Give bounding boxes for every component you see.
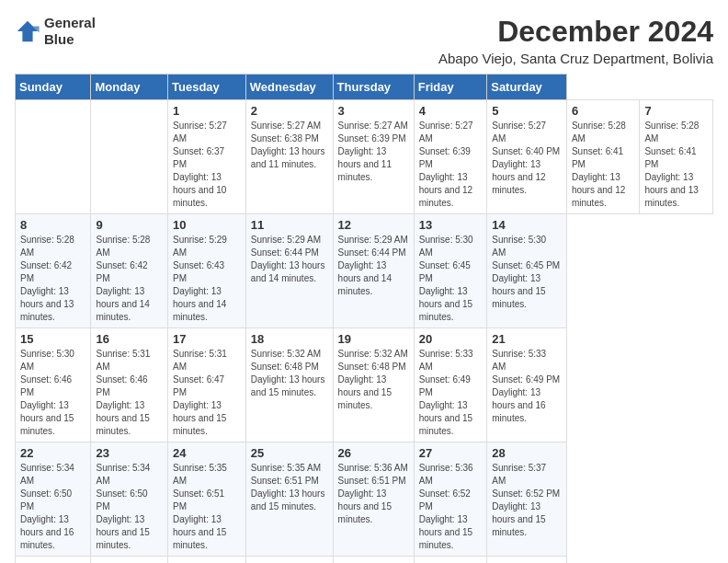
calendar-table: SundayMondayTuesdayWednesdayThursdayFrid… [15,74,713,563]
calendar-header-tuesday: Tuesday [168,75,246,100]
calendar-cell-day-28: 28Sunrise: 5:37 AMSunset: 6:52 PMDayligh… [487,442,567,557]
calendar-cell-day-24: 24Sunrise: 5:35 AMSunset: 6:51 PMDayligh… [168,442,246,557]
calendar-header-monday: Monday [91,75,168,100]
empty-cell [245,557,333,564]
calendar-cell-day-5: 5Sunrise: 5:27 AMSunset: 6:40 PMDaylight… [487,100,567,214]
calendar-header-friday: Friday [414,75,487,100]
logo-icon [15,18,40,44]
calendar-cell-day-22: 22Sunrise: 5:34 AMSunset: 6:50 PMDayligh… [16,442,91,557]
calendar-cell-day-18: 18Sunrise: 5:32 AMSunset: 6:48 PMDayligh… [245,328,333,442]
calendar-header-wednesday: Wednesday [245,75,333,100]
calendar-header-sunday: Sunday [16,75,91,100]
empty-cell [487,557,567,564]
empty-cell [414,557,487,564]
calendar-cell-day-14: 14Sunrise: 5:30 AMSunset: 6:45 PMDayligh… [487,214,567,328]
calendar-cell-day-27: 27Sunrise: 5:36 AMSunset: 6:52 PMDayligh… [414,442,487,557]
calendar-cell-day-23: 23Sunrise: 5:34 AMSunset: 6:50 PMDayligh… [91,442,168,557]
subtitle: Abapo Viejo, Santa Cruz Department, Boli… [438,51,713,66]
empty-cell [333,557,414,564]
calendar-cell-day-16: 16Sunrise: 5:31 AMSunset: 6:46 PMDayligh… [91,328,168,442]
calendar-cell-day-1: 1Sunrise: 5:27 AMSunset: 6:37 PMDaylight… [168,100,246,214]
title-section: December 2024 Abapo Viejo, Santa Cruz De… [438,15,713,66]
calendar-cell-day-8: 8Sunrise: 5:28 AMSunset: 6:42 PMDaylight… [16,214,91,328]
calendar-cell-day-29: 29Sunrise: 5:37 AMSunset: 6:53 PMDayligh… [16,557,91,564]
calendar-cell-day-15: 15Sunrise: 5:30 AMSunset: 6:46 PMDayligh… [16,328,91,442]
calendar-cell-day-26: 26Sunrise: 5:36 AMSunset: 6:51 PMDayligh… [333,442,414,557]
calendar-cell-day-3: 3Sunrise: 5:27 AMSunset: 6:39 PMDaylight… [333,100,414,214]
calendar-cell-day-30: 30Sunrise: 5:38 AMSunset: 6:53 PMDayligh… [91,557,168,564]
calendar-cell-day-11: 11Sunrise: 5:29 AMSunset: 6:44 PMDayligh… [245,214,333,328]
calendar-cell-day-25: 25Sunrise: 5:35 AMSunset: 6:51 PMDayligh… [245,442,333,557]
calendar-cell-day-13: 13Sunrise: 5:30 AMSunset: 6:45 PMDayligh… [414,214,487,328]
calendar-cell-day-4: 4Sunrise: 5:27 AMSunset: 6:39 PMDaylight… [414,100,487,214]
calendar-cell-day-2: 2Sunrise: 5:27 AMSunset: 6:38 PMDaylight… [245,100,333,214]
calendar-cell-day-9: 9Sunrise: 5:28 AMSunset: 6:42 PMDaylight… [91,214,168,328]
calendar-header-saturday: Saturday [487,75,567,100]
calendar-cell-day-10: 10Sunrise: 5:29 AMSunset: 6:43 PMDayligh… [168,214,246,328]
calendar-cell-day-19: 19Sunrise: 5:32 AMSunset: 6:48 PMDayligh… [333,328,414,442]
calendar-cell-day-7: 7Sunrise: 5:28 AMSunset: 6:41 PMDaylight… [640,100,713,214]
page-header: General Blue December 2024 Abapo Viejo, … [15,15,713,66]
logo-text: General Blue [44,15,96,48]
calendar-cell-day-31: 31Sunrise: 5:39 AMSunset: 6:53 PMDayligh… [168,557,246,564]
calendar-cell-day-21: 21Sunrise: 5:33 AMSunset: 6:49 PMDayligh… [487,328,567,442]
calendar-body: 1Sunrise: 5:27 AMSunset: 6:37 PMDaylight… [16,100,713,564]
calendar-cell-day-20: 20Sunrise: 5:33 AMSunset: 6:49 PMDayligh… [414,328,487,442]
main-title: December 2024 [438,15,713,49]
calendar-header-thursday: Thursday [333,75,414,100]
calendar-cell-day-17: 17Sunrise: 5:31 AMSunset: 6:47 PMDayligh… [168,328,246,442]
calendar-cell-day-6: 6Sunrise: 5:28 AMSunset: 6:41 PMDaylight… [566,100,640,214]
empty-cell [16,100,91,214]
calendar-header-row: SundayMondayTuesdayWednesdayThursdayFrid… [16,75,713,100]
empty-cell [91,100,168,214]
svg-marker-0 [17,21,38,41]
logo: General Blue [15,15,96,48]
calendar-cell-day-12: 12Sunrise: 5:29 AMSunset: 6:44 PMDayligh… [333,214,414,328]
